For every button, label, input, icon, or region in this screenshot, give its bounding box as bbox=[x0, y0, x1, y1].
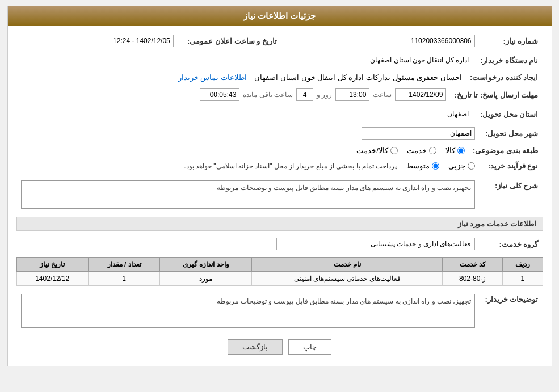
purchase-type-jozi[interactable]: جزیی bbox=[448, 162, 475, 170]
service-group-value: فعالیت‌های اداری و خدمات پشتیبانی bbox=[276, 238, 475, 250]
province-cell: اصفهان bbox=[18, 106, 476, 123]
category-kala-label: کالا bbox=[445, 146, 455, 155]
col-header-qty: تعداد / مقدار bbox=[88, 258, 159, 272]
buyer-org-table: نام دستگاه خریدار: اداره کل انتقال خون ا… bbox=[16, 50, 543, 70]
table-row: 1 ز-80-802 فعالیت‌های خدماتی سیستم‌های ا… bbox=[16, 272, 543, 286]
content-area: شماره نیاز: 1102003366000306 تاریخ و ساع… bbox=[8, 26, 552, 366]
service-group-cell: فعالیت‌های اداری و خدمات پشتیبانی bbox=[18, 235, 478, 252]
city-label: شهر محل تحویل: bbox=[480, 125, 542, 142]
deadline-remaining: 00:05:43 bbox=[200, 88, 239, 101]
datetime-cell: 1402/12/05 - 12:24 bbox=[18, 32, 177, 49]
top-info-table: شماره نیاز: 1102003366000306 تاریخ و ساع… bbox=[16, 31, 543, 50]
creator-cell: احسان جعفری مسئول تدارکات اداره کل انتقا… bbox=[18, 71, 465, 84]
services-section-title: اطلاعات خدمات مورد نیاز bbox=[16, 217, 543, 231]
category-table: طبقه بندی موضوعی: کالا خدمت bbox=[16, 143, 543, 158]
category-option-kala[interactable]: کالا bbox=[445, 146, 465, 155]
deadline-cell: 1402/12/09 ساعت 13:00 روز و 4 ساعت باقی … bbox=[18, 86, 450, 103]
col-header-unit: واحد اندازه گیری bbox=[160, 258, 252, 272]
city-cell: اصفهان bbox=[18, 125, 478, 142]
category-radio-khedmat[interactable] bbox=[429, 147, 436, 154]
category-option-khedmat[interactable]: خدمت bbox=[407, 146, 436, 155]
overall-desc-label: شرح کلی نیاز: bbox=[480, 178, 542, 211]
need-number-value: 1102003366000306 bbox=[362, 35, 475, 47]
print-button[interactable]: چاپ bbox=[288, 339, 331, 355]
deadline-time-label: ساعت bbox=[373, 91, 392, 99]
buyer-org-cell: اداره کل انتقال خون استان اصفهان bbox=[18, 52, 476, 69]
overall-desc-value: تجهیز، نصب و راه اندازی به سیستم های مدا… bbox=[21, 180, 475, 209]
buttons-row: چاپ بازگشت bbox=[16, 339, 543, 355]
category-radio-both[interactable] bbox=[390, 147, 398, 154]
purchase-type-radio-motavased[interactable] bbox=[432, 162, 439, 170]
service-group-label: گروه خدمت: bbox=[480, 235, 542, 252]
overall-desc-cell: تجهیز، نصب و راه اندازی به سیستم های مدا… bbox=[18, 178, 478, 211]
purchase-type-jozi-label: جزیی bbox=[448, 162, 465, 170]
category-radio-kala[interactable] bbox=[457, 147, 465, 154]
deadline-date: 1402/12/09 bbox=[395, 88, 446, 101]
main-container: جزئیات اطلاعات نیاز شماره نیاز: 11020033… bbox=[7, 6, 552, 366]
col-header-date: تاریخ نیاز bbox=[16, 258, 88, 272]
row-service-name: فعالیت‌های خدماتی سیستم‌های امنیتی bbox=[252, 272, 443, 286]
purchase-type-note: پرداخت تمام یا بخشی از مبلغ خریدار از مح… bbox=[184, 162, 397, 170]
datetime-value: 1402/12/05 - 12:24 bbox=[83, 35, 174, 47]
page-header: جزئیات اطلاعات نیاز bbox=[8, 6, 552, 26]
purchase-type-radio-jozi[interactable] bbox=[468, 162, 475, 170]
city-value: اصفهان bbox=[362, 127, 475, 140]
category-cell: کالا خدمت کالا/خدمت bbox=[18, 144, 468, 157]
datetime-label: تاریخ و ساعت اعلان عمومی: bbox=[178, 32, 280, 49]
overall-desc-table: شرح کلی نیاز: تجهیز، نصب و راه اندازی به… bbox=[16, 177, 543, 212]
row-date: 1402/12/12 bbox=[16, 272, 88, 286]
services-table: ردیف کد خدمت نام خدمت واحد اندازه گیری ت… bbox=[16, 257, 543, 286]
col-header-code: کد خدمت bbox=[443, 258, 503, 272]
row-quantity: 1 bbox=[88, 272, 159, 286]
purchase-type-motavased[interactable]: متوسط bbox=[406, 162, 439, 170]
col-header-row: ردیف bbox=[502, 258, 543, 272]
service-group-table: گروه خدمت: فعالیت‌های اداری و خدمات پشتی… bbox=[16, 234, 543, 254]
creator-value: احسان جعفری مسئول تدارکات اداره کل انتقا… bbox=[254, 73, 462, 82]
category-label: طبقه بندی موضوعی: bbox=[469, 144, 542, 157]
deadline-table: مهلت ارسال پاسخ: تا تاریخ: 1402/12/09 سا… bbox=[16, 85, 543, 104]
deadline-days: 4 bbox=[296, 88, 313, 101]
need-number-cell: 1102003366000306 bbox=[281, 32, 478, 49]
deadline-label: مهلت ارسال پاسخ: تا تاریخ: bbox=[451, 86, 541, 103]
buyer-desc-table: توضیحات خریدار: تجهیز، نصب و راه اندازی … bbox=[16, 290, 543, 331]
purchase-type-table: نوع فرآیند خرید: جزیی متوسط پرداخت تمام … bbox=[16, 158, 543, 174]
province-label: استان محل تحویل: bbox=[477, 106, 542, 123]
province-table: استان محل تحویل: اصفهان bbox=[16, 104, 543, 124]
buyer-desc-cell: تجهیز، نصب و راه اندازی به سیستم های مدا… bbox=[18, 292, 478, 330]
page-title: جزئیات اطلاعات نیاز bbox=[243, 11, 316, 20]
back-button[interactable]: بازگشت bbox=[228, 339, 283, 355]
buyer-org-label: نام دستگاه خریدار: bbox=[477, 52, 542, 69]
purchase-type-motavased-label: متوسط bbox=[406, 162, 430, 170]
col-header-name: نام خدمت bbox=[252, 258, 443, 272]
creator-table: ایجاد کننده درخواست: احسان جعفری مسئول ت… bbox=[16, 70, 543, 85]
buyer-desc-value: تجهیز، نصب و راه اندازی به سیستم های مدا… bbox=[21, 294, 475, 328]
creator-label: ایجاد کننده درخواست: bbox=[466, 71, 542, 84]
contact-link[interactable]: اطلاعات تماس خریدار bbox=[178, 73, 247, 82]
row-code: ز-80-802 bbox=[443, 272, 503, 286]
purchase-type-cell: جزیی متوسط پرداخت تمام یا بخشی از مبلغ خ… bbox=[18, 159, 478, 172]
category-option-both[interactable]: کالا/خدمت bbox=[356, 146, 398, 155]
row-number: 1 bbox=[502, 272, 543, 286]
deadline-remaining-label: ساعت باقی مانده bbox=[243, 91, 293, 99]
deadline-days-label: روز و bbox=[317, 91, 332, 99]
purchase-type-label: نوع فرآیند خرید: bbox=[480, 159, 542, 172]
buyer-org-value: اداره کل انتقال خون استان اصفهان bbox=[217, 54, 472, 66]
buyer-desc-label: توضیحات خریدار: bbox=[480, 292, 542, 330]
category-both-label: کالا/خدمت bbox=[356, 146, 388, 155]
province-value: اصفهان bbox=[359, 108, 472, 120]
deadline-time: 13:00 bbox=[335, 88, 369, 101]
need-number-label: شماره نیاز: bbox=[480, 32, 542, 49]
category-khedmat-label: خدمت bbox=[407, 146, 427, 155]
row-unit: مورد bbox=[160, 272, 252, 286]
city-table: شهر محل تحویل: اصفهان bbox=[16, 124, 543, 143]
